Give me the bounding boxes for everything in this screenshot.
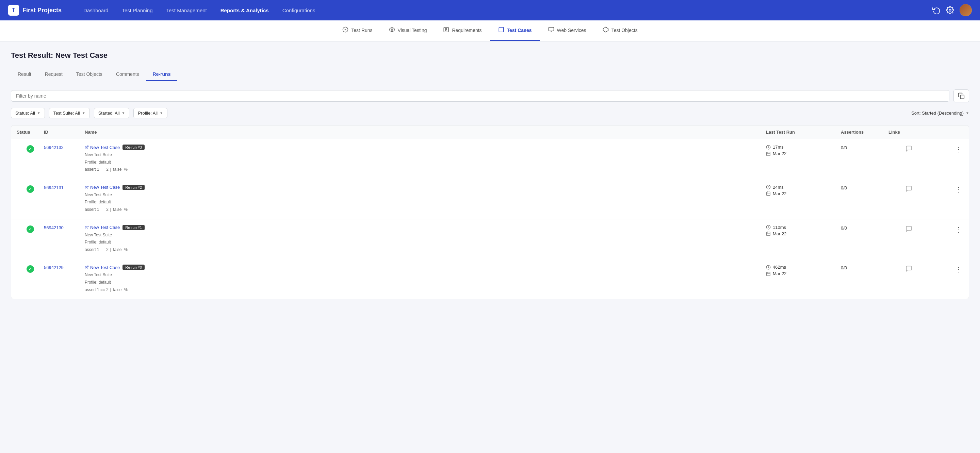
top-nav: T First Projects Dashboard Test Planning… <box>0 0 980 21</box>
calendar-icon-3 <box>766 231 771 236</box>
tab-result[interactable]: Result <box>11 68 38 81</box>
tab-request[interactable]: Request <box>38 68 69 81</box>
subnav-test-runs-label: Test Runs <box>351 27 372 33</box>
brand-icon: T <box>8 5 19 16</box>
name-link-2[interactable]: New Test Case <box>85 185 120 190</box>
links-cell-3 <box>888 225 929 234</box>
brand-name: First Projects <box>22 7 62 14</box>
last-run-cell-3: 110ms Mar 22 <box>766 225 841 236</box>
col-empty2 <box>950 130 963 135</box>
svg-rect-21 <box>767 192 770 196</box>
nav-test-planning[interactable]: Test Planning <box>116 5 158 16</box>
col-id: ID <box>44 130 85 135</box>
settings-icon-button[interactable] <box>946 6 954 14</box>
comment-icon-1[interactable] <box>905 145 912 154</box>
assertions-cell-3: 0/0 <box>841 225 888 230</box>
name-link-3[interactable]: New Test Case <box>85 225 120 230</box>
comment-icon-4[interactable] <box>905 265 912 274</box>
kebab-button-4[interactable]: ⋮ <box>954 265 963 273</box>
nav-test-management[interactable]: Test Management <box>161 5 212 16</box>
subnav-test-runs[interactable]: Test Runs <box>334 21 380 41</box>
links-cell-1 <box>888 145 929 154</box>
svg-line-25 <box>86 226 89 228</box>
run-time-value-3: 110ms <box>773 225 786 230</box>
external-link-icon-4 <box>85 265 89 269</box>
test-runs-icon <box>342 27 348 34</box>
name-link-1[interactable]: New Test Case <box>85 145 120 150</box>
started-filter-label: Started: All <box>98 111 120 116</box>
profile-filter-label: Profile: All <box>138 111 158 116</box>
run-date-value-1: Mar 22 <box>773 151 786 156</box>
main-nav: Dashboard Test Planning Test Management … <box>78 5 932 16</box>
status-pass-icon-3: ✓ <box>27 226 34 233</box>
nav-configurations[interactable]: Configurations <box>277 5 321 16</box>
last-run-cell-1: 17ms Mar 22 <box>766 145 841 156</box>
svg-rect-33 <box>767 272 770 276</box>
user-avatar[interactable] <box>959 4 972 16</box>
nav-reports-analytics[interactable]: Reports & Analytics <box>215 5 274 16</box>
subnav-test-cases[interactable]: Test Cases <box>490 21 540 41</box>
search-box[interactable] <box>11 90 950 102</box>
subnav-requirements[interactable]: Requirements <box>435 21 490 41</box>
tab-test-objects[interactable]: Test Objects <box>69 68 109 81</box>
col-name: Name <box>85 130 766 135</box>
id-link-2[interactable]: 56942131 <box>44 184 64 190</box>
test-suite-filter-chevron: ▼ <box>82 111 86 115</box>
table-header: Status ID Name Last Test Run Assertions … <box>11 126 969 139</box>
svg-rect-27 <box>767 232 770 236</box>
kebab-button-1[interactable]: ⋮ <box>954 145 963 153</box>
id-link-3[interactable]: 56942130 <box>44 224 64 230</box>
run-time-value-1: 17ms <box>773 145 784 149</box>
tab-comments[interactable]: Comments <box>109 68 146 81</box>
nav-dashboard[interactable]: Dashboard <box>78 5 114 16</box>
subnav-test-objects[interactable]: Test Objects <box>595 21 646 41</box>
test-suite-filter[interactable]: Test Suite: All ▼ <box>49 108 90 118</box>
kebab-button-2[interactable]: ⋮ <box>954 185 963 194</box>
name-main-4: New Test Case Re-run #0 <box>85 265 766 270</box>
subnav-visual-testing[interactable]: Visual Testing <box>381 21 435 41</box>
profile-filter[interactable]: Profile: All ▼ <box>134 108 167 118</box>
gear-icon <box>946 6 954 14</box>
subnav-test-cases-label: Test Cases <box>507 27 532 33</box>
copy-button[interactable] <box>953 89 969 102</box>
run-time-value-4: 462ms <box>773 265 786 270</box>
name-link-4[interactable]: New Test Case <box>85 265 120 270</box>
actions-cell-4: ⋮ <box>950 265 963 273</box>
history-icon-button[interactable] <box>932 6 940 14</box>
last-run-date-1: Mar 22 <box>766 151 841 156</box>
sort-control[interactable]: Sort: Started (Descending) ▼ <box>911 111 969 116</box>
subnav-web-services-label: Web Services <box>557 27 586 33</box>
status-pass-icon-2: ✓ <box>27 185 34 193</box>
table-row: ✓ 56942132 New Test Case Re-run #3 New T… <box>11 139 969 179</box>
started-filter[interactable]: Started: All ▼ <box>94 108 130 118</box>
id-cell-3: 56942130 <box>44 225 85 230</box>
svg-line-31 <box>86 266 89 268</box>
comment-icon-3[interactable] <box>905 226 912 234</box>
rerun-badge-1: Re-run #3 <box>123 145 145 150</box>
last-run-date-4: Mar 22 <box>766 271 841 276</box>
assertions-cell-4: 0/0 <box>841 265 888 270</box>
sub-nav: Test Runs Visual Testing Requirements Te… <box>0 21 980 41</box>
tab-reruns[interactable]: Re-runs <box>146 68 178 81</box>
name-main-3: New Test Case Re-run #1 <box>85 225 766 230</box>
id-link-1[interactable]: 56942132 <box>44 144 64 150</box>
svg-point-2 <box>391 29 393 30</box>
kebab-button-3[interactable]: ⋮ <box>954 226 963 234</box>
brand-logo[interactable]: T First Projects <box>8 5 62 16</box>
status-cell-4: ✓ <box>17 265 44 273</box>
rerun-badge-2: Re-run #2 <box>123 185 145 190</box>
copy-icon <box>958 92 965 99</box>
data-table: Status ID Name Last Test Run Assertions … <box>11 125 969 299</box>
name-main-2: New Test Case Re-run #2 <box>85 185 766 190</box>
search-input[interactable] <box>16 93 944 99</box>
search-row <box>11 89 969 102</box>
id-link-4[interactable]: 56942129 <box>44 264 64 270</box>
subnav-web-services[interactable]: Web Services <box>540 21 595 41</box>
status-filter[interactable]: Status: All ▼ <box>11 108 45 118</box>
rerun-badge-3: Re-run #1 <box>123 225 145 230</box>
test-cases-icon <box>498 27 504 34</box>
svg-rect-8 <box>549 27 554 31</box>
links-cell-4 <box>888 265 929 274</box>
test-objects-icon <box>603 27 609 34</box>
comment-icon-2[interactable] <box>905 185 912 194</box>
